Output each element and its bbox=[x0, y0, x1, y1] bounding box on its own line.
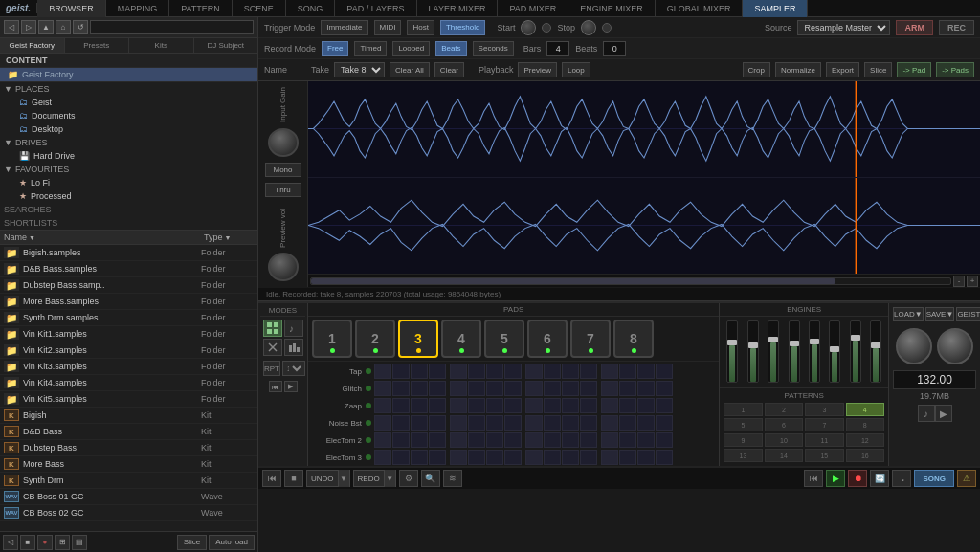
beat-button[interactable] bbox=[450, 364, 467, 379]
trigger-threshold[interactable]: Threshold bbox=[440, 20, 486, 35]
file-row[interactable]: 📁Vin Kit5.samplesFolder bbox=[0, 391, 257, 408]
refresh-button[interactable]: ↺ bbox=[73, 20, 88, 34]
transport-back-btn[interactable]: ⏮ bbox=[804, 470, 823, 487]
beat-button[interactable] bbox=[450, 415, 467, 431]
file-row[interactable]: KMore BassKit bbox=[0, 456, 257, 473]
beat-button[interactable] bbox=[374, 432, 391, 448]
export-button[interactable]: Export bbox=[826, 62, 859, 77]
beat-button[interactable] bbox=[637, 432, 655, 448]
master-knob-left[interactable] bbox=[896, 328, 932, 364]
beat-button[interactable] bbox=[468, 364, 485, 379]
file-row[interactable]: 📁Vin Kit4.samplesFolder bbox=[0, 375, 257, 391]
scrollbar-thumb[interactable] bbox=[311, 278, 835, 284]
beat-button[interactable] bbox=[411, 432, 428, 448]
pattern-button[interactable]: 16 bbox=[846, 449, 884, 462]
beat-button[interactable] bbox=[601, 432, 618, 448]
beat-button[interactable] bbox=[504, 415, 522, 431]
beat-button[interactable] bbox=[656, 398, 673, 413]
pattern-button[interactable]: 11 bbox=[805, 433, 843, 447]
file-row[interactable]: 📁Vin Kit3.samplesFolder bbox=[0, 359, 257, 375]
engine-fader-track[interactable] bbox=[789, 320, 800, 383]
arm-button[interactable]: ARM bbox=[896, 20, 933, 35]
pad-number-button[interactable]: 7 bbox=[570, 320, 611, 358]
arrow-right-button[interactable]: ▶ bbox=[935, 405, 952, 422]
transport-record-btn[interactable]: ⏺ bbox=[848, 470, 867, 487]
tab-sampler[interactable]: SAMPLER bbox=[743, 0, 808, 17]
slice-sampler-button[interactable]: Slice bbox=[864, 62, 892, 77]
preview-button[interactable]: Preview bbox=[518, 62, 556, 77]
rpt-button[interactable]: RPT bbox=[263, 361, 280, 376]
file-row[interactable]: KD&B BassKit bbox=[0, 424, 257, 440]
stop-button[interactable]: ■ bbox=[20, 535, 35, 550]
beats-button[interactable]: Beats bbox=[435, 41, 466, 56]
beat-button[interactable] bbox=[619, 364, 636, 379]
settings-button[interactable]: ⚙ bbox=[399, 470, 418, 487]
beat-button[interactable] bbox=[450, 398, 467, 413]
beat-button[interactable] bbox=[544, 415, 561, 431]
beat-button[interactable] bbox=[429, 364, 446, 379]
beat-button[interactable] bbox=[544, 398, 561, 413]
up-button[interactable]: ▲ bbox=[38, 20, 54, 34]
beat-button[interactable] bbox=[656, 381, 673, 396]
waveform-channel-1[interactable] bbox=[308, 81, 980, 178]
engine-fader-track[interactable] bbox=[850, 320, 861, 383]
engine-fader-track[interactable] bbox=[726, 320, 738, 383]
mode-slice-btn[interactable] bbox=[263, 339, 282, 356]
beat-button[interactable] bbox=[468, 415, 485, 431]
beat-button[interactable] bbox=[504, 364, 522, 379]
beat-button[interactable] bbox=[619, 450, 636, 465]
beat-button[interactable] bbox=[525, 432, 543, 448]
beat-button[interactable] bbox=[619, 381, 636, 396]
beat-button[interactable] bbox=[429, 415, 446, 431]
rec-button[interactable]: REC bbox=[939, 20, 974, 35]
drives-section-header[interactable]: ▼ DRIVES bbox=[0, 136, 257, 149]
pad-number-button[interactable]: 8 bbox=[613, 320, 654, 358]
file-row[interactable]: 📁Vin Kit2.samplesFolder bbox=[0, 342, 257, 359]
pattern-button[interactable]: 14 bbox=[765, 449, 803, 462]
beat-button[interactable] bbox=[601, 415, 618, 431]
forward-button[interactable]: ▷ bbox=[21, 20, 36, 34]
clear-button[interactable]: Clear bbox=[434, 62, 464, 77]
geist-preset-button[interactable]: GEIST▼ bbox=[956, 307, 980, 321]
beat-button[interactable] bbox=[392, 432, 410, 448]
tab-browser[interactable]: BROWSER bbox=[37, 0, 106, 17]
beat-button[interactable] bbox=[486, 398, 503, 413]
browser-tab-kits[interactable]: Kits bbox=[129, 38, 194, 53]
tab-global-mixer[interactable]: GLOBAL MIXER bbox=[656, 0, 744, 17]
back-button[interactable]: ◁ bbox=[4, 20, 19, 34]
list-view-button[interactable]: ▤ bbox=[72, 535, 87, 550]
beat-button[interactable] bbox=[525, 398, 543, 413]
tab-engine-mixer[interactable]: ENGINE MIXER bbox=[568, 0, 656, 17]
pattern-button[interactable]: 3 bbox=[805, 403, 843, 416]
beat-button[interactable] bbox=[411, 415, 428, 431]
tab-pad-mixer[interactable]: PAD MIXER bbox=[498, 0, 568, 17]
tab-pad-layers[interactable]: PAD / LAYERS bbox=[335, 0, 416, 17]
beat-button[interactable] bbox=[656, 364, 673, 379]
mode-grid-btn[interactable] bbox=[263, 320, 282, 337]
geist-factory-item[interactable]: 📁 Geist Factory bbox=[0, 68, 257, 82]
beat-button[interactable] bbox=[637, 381, 655, 396]
pattern-button[interactable]: 9 bbox=[724, 433, 762, 447]
beat-button[interactable] bbox=[525, 450, 543, 465]
file-row[interactable]: 📁Dubstep Bass.samp..Folder bbox=[0, 277, 257, 294]
pattern-button[interactable]: 12 bbox=[846, 433, 884, 447]
file-row[interactable]: 📁D&B Bass.samplesFolder bbox=[0, 261, 257, 277]
beat-button[interactable] bbox=[562, 364, 579, 379]
beat-button[interactable] bbox=[580, 450, 597, 465]
beat-button[interactable] bbox=[637, 364, 655, 379]
places-item-geist[interactable]: 🗂 Geist bbox=[0, 96, 257, 109]
drives-item-hard-drive[interactable]: 💾 Hard Drive bbox=[0, 149, 257, 163]
engine-fader-track[interactable] bbox=[829, 320, 840, 383]
bpm-display[interactable]: 132.00 bbox=[893, 370, 976, 389]
engine-fader-track[interactable] bbox=[747, 320, 759, 383]
song-button[interactable]: SONG bbox=[914, 470, 954, 487]
beat-button[interactable] bbox=[504, 381, 522, 396]
file-row[interactable]: KBigishKit bbox=[0, 408, 257, 424]
to-pads-button[interactable]: -> Pads bbox=[936, 62, 974, 77]
tab-layer-mixer[interactable]: LAYER MIXER bbox=[417, 0, 499, 17]
shortlists-header[interactable]: SHORTLISTS bbox=[0, 216, 257, 230]
beat-button[interactable] bbox=[562, 450, 579, 465]
take-select[interactable]: Take 8 bbox=[334, 62, 385, 77]
transport-loop-btn[interactable]: 🔄 bbox=[870, 470, 889, 487]
file-row[interactable]: 📁Synth Drm.samplesFolder bbox=[0, 310, 257, 326]
